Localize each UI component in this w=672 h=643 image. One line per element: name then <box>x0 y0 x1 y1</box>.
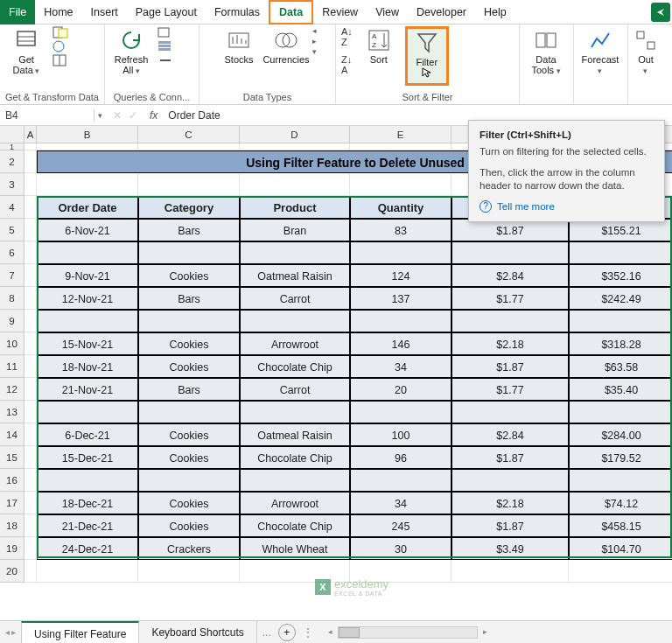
cell[interactable] <box>37 143 138 150</box>
table-cell[interactable] <box>350 401 452 423</box>
cell[interactable] <box>24 423 37 446</box>
sheet-tab-active[interactable]: Using Filter Feature <box>21 621 139 644</box>
tell-me-more-link[interactable]: ? Tell me more <box>480 200 654 213</box>
table-cell[interactable] <box>240 469 350 492</box>
scrollbar-thumb[interactable] <box>339 627 360 638</box>
table-cell[interactable] <box>138 241 240 264</box>
table-cell[interactable]: 96 <box>350 446 452 469</box>
table-cell[interactable] <box>452 401 569 423</box>
table-cell[interactable]: 6-Nov-21 <box>37 219 138 241</box>
fx-icon[interactable]: fx <box>144 109 163 122</box>
cell[interactable] <box>138 173 240 196</box>
share-button[interactable] <box>651 3 670 22</box>
table-cell[interactable] <box>37 469 138 492</box>
table-cell[interactable]: 21-Nov-21 <box>37 378 138 401</box>
table-cell[interactable] <box>452 469 569 492</box>
row-header-1[interactable]: 1 <box>0 143 24 150</box>
row-header-11[interactable]: 11 <box>0 355 24 378</box>
tab-file[interactable]: File <box>0 0 35 24</box>
table-cell[interactable]: 18-Nov-21 <box>37 355 138 378</box>
row-header-15[interactable]: 15 <box>0 446 24 469</box>
table-cell[interactable]: $179.52 <box>569 446 672 469</box>
table-cell[interactable]: 21-Dec-21 <box>37 514 138 537</box>
table-header[interactable]: Order Date <box>37 196 138 219</box>
col-header-E[interactable]: E <box>350 126 452 143</box>
stocks-button[interactable]: Stocks <box>218 26 260 86</box>
table-cell[interactable]: $35.40 <box>569 378 672 401</box>
table-cell[interactable]: Oatmeal Raisin <box>240 423 350 446</box>
table-cell[interactable]: 15-Dec-21 <box>37 446 138 469</box>
table-cell[interactable]: 137 <box>350 287 452 310</box>
table-cell[interactable] <box>138 310 240 332</box>
table-cell[interactable]: $318.28 <box>569 332 672 355</box>
cell[interactable] <box>24 446 37 469</box>
table-cell[interactable]: Cookies <box>138 332 240 355</box>
cell[interactable] <box>24 219 37 241</box>
table-cell[interactable]: $74.12 <box>569 492 672 514</box>
table-cell[interactable] <box>240 401 350 423</box>
sheet-nav-next-icon[interactable]: ▸ <box>11 627 16 637</box>
table-cell[interactable]: $458.15 <box>569 514 672 537</box>
cell[interactable] <box>24 492 37 514</box>
table-cell[interactable] <box>350 310 452 332</box>
cancel-fx-icon[interactable]: ✕ <box>113 109 122 122</box>
sort-button[interactable]: AZ Sort <box>358 26 400 86</box>
row-header-5[interactable]: 5 <box>0 219 24 241</box>
table-cell[interactable]: $3.49 <box>452 537 569 560</box>
table-cell[interactable]: $2.84 <box>452 423 569 446</box>
cell[interactable] <box>569 560 672 583</box>
table-cell[interactable]: Arrowroot <box>240 332 350 355</box>
get-data-options[interactable] <box>52 26 68 66</box>
add-sheet-button[interactable]: + <box>278 624 296 641</box>
cell[interactable] <box>24 264 37 287</box>
table-cell[interactable]: Bars <box>138 287 240 310</box>
table-cell[interactable] <box>138 469 240 492</box>
row-header-18[interactable]: 18 <box>0 514 24 537</box>
table-cell[interactable]: $2.18 <box>452 492 569 514</box>
get-data-button[interactable]: Get Data ▾ <box>5 26 47 86</box>
table-cell[interactable] <box>569 310 672 332</box>
tab-page-layout[interactable]: Page Layout <box>127 0 206 24</box>
row-header-16[interactable]: 16 <box>0 469 24 492</box>
table-header[interactable]: Quantity <box>350 196 452 219</box>
tab-home[interactable]: Home <box>35 0 81 24</box>
table-cell[interactable]: 30 <box>350 537 452 560</box>
cell[interactable] <box>24 514 37 537</box>
outline-button[interactable]: Out▾ <box>634 26 658 86</box>
table-cell[interactable]: 100 <box>350 423 452 446</box>
cell[interactable] <box>24 150 37 173</box>
table-cell[interactable]: Cookies <box>138 514 240 537</box>
row-header-10[interactable]: 10 <box>0 332 24 355</box>
col-header-C[interactable]: C <box>138 126 240 143</box>
sheet-tab-other[interactable]: Keyboard Shortcuts <box>139 621 256 644</box>
table-cell[interactable]: 34 <box>350 492 452 514</box>
table-cell[interactable]: 12-Nov-21 <box>37 287 138 310</box>
table-cell[interactable] <box>452 241 569 264</box>
name-box[interactable]: B4 <box>0 109 94 122</box>
table-cell[interactable] <box>452 310 569 332</box>
table-cell[interactable]: 6-Dec-21 <box>37 423 138 446</box>
data-tools-button[interactable]: Data Tools ▾ <box>525 26 567 86</box>
table-cell[interactable]: Chocolate Chip <box>240 446 350 469</box>
table-cell[interactable]: 20 <box>350 378 452 401</box>
cell[interactable] <box>24 143 37 150</box>
table-cell[interactable]: 24-Dec-21 <box>37 537 138 560</box>
table-cell[interactable]: $1.77 <box>452 287 569 310</box>
table-cell[interactable]: $1.87 <box>452 355 569 378</box>
currencies-button[interactable]: Currencies <box>265 26 307 86</box>
table-cell[interactable]: 9-Nov-21 <box>37 264 138 287</box>
table-cell[interactable]: Bran <box>240 219 350 241</box>
table-cell[interactable] <box>350 241 452 264</box>
table-cell[interactable]: Whole Wheat <box>240 537 350 560</box>
select-all-corner[interactable] <box>0 126 24 143</box>
tab-review[interactable]: Review <box>313 0 367 24</box>
cell[interactable] <box>240 173 350 196</box>
tab-insert[interactable]: Insert <box>82 0 127 24</box>
cell[interactable] <box>24 310 37 332</box>
table-cell[interactable]: $2.84 <box>452 264 569 287</box>
table-cell[interactable]: Cookies <box>138 492 240 514</box>
table-cell[interactable]: Chocolate Chip <box>240 355 350 378</box>
table-header[interactable]: Product <box>240 196 350 219</box>
cell[interactable] <box>37 173 138 196</box>
cell[interactable] <box>24 537 37 560</box>
